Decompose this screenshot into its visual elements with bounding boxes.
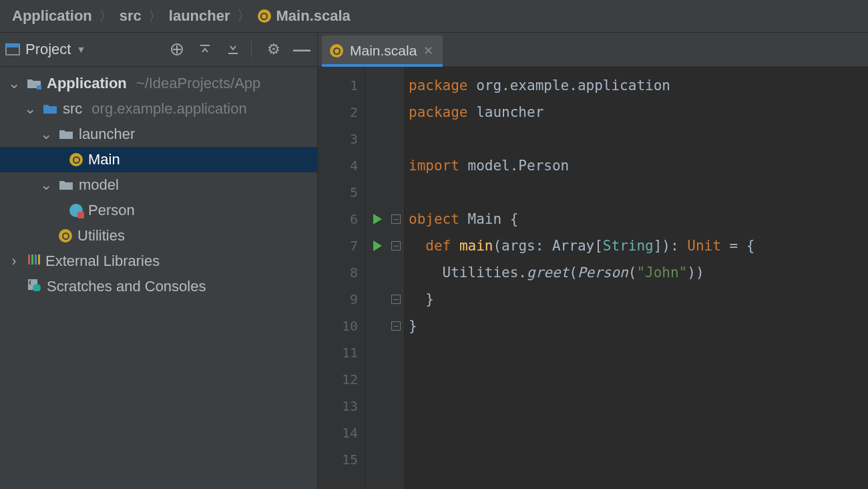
svg-rect-1 <box>6 44 19 47</box>
line-number[interactable]: 14 <box>318 420 358 446</box>
breadcrumb-item[interactable]: Main.scala <box>258 7 351 25</box>
line-number[interactable]: 4 <box>318 152 358 179</box>
project-tree[interactable]: ⌄ Application ~/IdeaProjects/App ⌄ src o… <box>0 67 317 299</box>
line-number-gutter[interactable]: 123456789101112131415 <box>318 67 365 489</box>
editor-area: Main.scala ✕ 123456789101112131415 packa… <box>318 33 868 489</box>
fold-handle-icon[interactable] <box>391 241 401 251</box>
line-number[interactable]: 3 <box>318 126 358 152</box>
run-gutter[interactable] <box>365 67 389 489</box>
module-icon <box>27 77 41 90</box>
editor-tab-bar: Main.scala ✕ <box>318 33 868 67</box>
line-number[interactable]: 5 <box>318 179 358 206</box>
settings-button[interactable]: ⚙ <box>264 39 284 59</box>
code-editor[interactable]: package org.example.application package … <box>403 67 868 489</box>
fold-handle-icon[interactable] <box>391 295 401 304</box>
minimize-icon: — <box>293 39 310 60</box>
tree-node-person[interactable]: Person <box>0 198 317 223</box>
line-number[interactable]: 12 <box>318 366 358 393</box>
tree-label: src <box>63 100 82 118</box>
collapse-all-button[interactable] <box>223 39 243 59</box>
fold-handle-icon[interactable] <box>391 214 401 224</box>
line-number[interactable]: 10 <box>318 313 358 339</box>
tree-label: Scratches and Consoles <box>47 278 206 295</box>
chevron-right-icon: 〉 <box>148 7 162 25</box>
breadcrumb-label: Application <box>12 7 92 25</box>
scala-class-icon <box>69 204 83 217</box>
svg-rect-8 <box>28 255 30 265</box>
svg-rect-11 <box>38 255 40 265</box>
chevron-right-icon: 〉 <box>237 7 251 25</box>
hide-panel-button[interactable]: — <box>292 39 312 59</box>
line-number[interactable]: 8 <box>318 259 358 286</box>
line-number[interactable]: 15 <box>318 446 358 473</box>
chevron-right-icon: 〉 <box>99 7 113 25</box>
chevron-down-icon: ⌄ <box>23 100 37 118</box>
chevron-down-icon: ⌄ <box>39 176 53 194</box>
tree-label: Main <box>88 151 120 168</box>
tree-node-launcher[interactable]: ⌄ launcher <box>0 122 317 147</box>
line-number[interactable]: 6 <box>318 206 358 232</box>
package-icon <box>59 179 73 191</box>
close-tab-icon[interactable]: ✕ <box>423 43 433 58</box>
tree-label: launcher <box>79 126 135 143</box>
line-number[interactable]: 7 <box>318 232 358 259</box>
tree-package: org.example.application <box>91 100 246 118</box>
tree-path: ~/IdeaProjects/App <box>136 75 261 92</box>
breadcrumb: Application 〉 src 〉 launcher 〉 Main.scal… <box>0 0 868 33</box>
project-toolbar: Project ▼ ⚙ — <box>0 33 317 67</box>
tree-node-external-libraries[interactable]: › External Libraries <box>0 249 317 274</box>
tree-node-main[interactable]: Main <box>0 147 317 172</box>
tree-node-model[interactable]: ⌄ model <box>0 172 317 198</box>
tree-label: Utilities <box>77 227 125 244</box>
fold-handle-icon[interactable] <box>391 321 401 331</box>
breadcrumb-label: Main.scala <box>276 7 351 25</box>
line-number[interactable]: 2 <box>318 99 358 126</box>
tree-node-src[interactable]: ⌄ src org.example.application <box>0 96 317 122</box>
project-panel-icon <box>5 43 20 55</box>
breadcrumb-label: launcher <box>169 7 230 25</box>
tree-node-project-root[interactable]: ⌄ Application ~/IdeaProjects/App <box>0 71 317 96</box>
tab-label: Main.scala <box>350 43 417 59</box>
scala-file-icon <box>330 44 343 57</box>
scratches-icon <box>27 278 41 295</box>
breadcrumb-item[interactable]: Application <box>12 7 92 25</box>
gear-icon: ⚙ <box>267 41 280 58</box>
scala-object-icon <box>69 153 83 166</box>
tree-label: Person <box>88 202 135 219</box>
run-icon[interactable] <box>373 214 382 224</box>
tree-node-scratches[interactable]: Scratches and Consoles <box>0 274 317 299</box>
source-folder-icon <box>43 103 57 115</box>
line-number[interactable]: 13 <box>318 393 358 420</box>
svg-rect-10 <box>35 255 37 265</box>
tree-label: External Libraries <box>45 253 160 270</box>
tree-node-utilities[interactable]: Utilities <box>0 223 317 249</box>
chevron-down-icon: ⌄ <box>7 75 21 92</box>
line-number[interactable]: 1 <box>318 72 358 99</box>
libraries-icon <box>27 253 40 270</box>
package-icon <box>59 128 73 140</box>
editor-tab-main[interactable]: Main.scala ✕ <box>322 35 443 66</box>
breadcrumb-label: src <box>120 7 142 25</box>
scala-file-icon <box>258 9 271 23</box>
svg-rect-7 <box>37 86 41 90</box>
line-number[interactable]: 9 <box>318 286 358 313</box>
svg-rect-9 <box>31 255 33 265</box>
tree-label: model <box>79 176 119 194</box>
run-icon[interactable] <box>373 240 382 251</box>
tree-label: Application <box>47 75 127 92</box>
chevron-down-icon: ⌄ <box>39 126 53 143</box>
line-number[interactable]: 11 <box>318 339 358 366</box>
select-opened-file-button[interactable] <box>167 39 187 59</box>
breadcrumb-item[interactable]: src <box>120 7 142 25</box>
project-tool-window: Project ▼ ⚙ — ⌄ <box>0 33 318 489</box>
project-view-selector[interactable]: Project ▼ <box>5 41 85 58</box>
expand-all-button[interactable] <box>195 39 215 59</box>
scala-object-icon <box>59 229 72 242</box>
project-view-label: Project <box>25 41 71 58</box>
chevron-right-icon: › <box>7 253 21 270</box>
fold-gutter[interactable] <box>389 67 403 489</box>
chevron-down-icon: ▼ <box>76 44 85 55</box>
breadcrumb-item[interactable]: launcher <box>169 7 230 25</box>
